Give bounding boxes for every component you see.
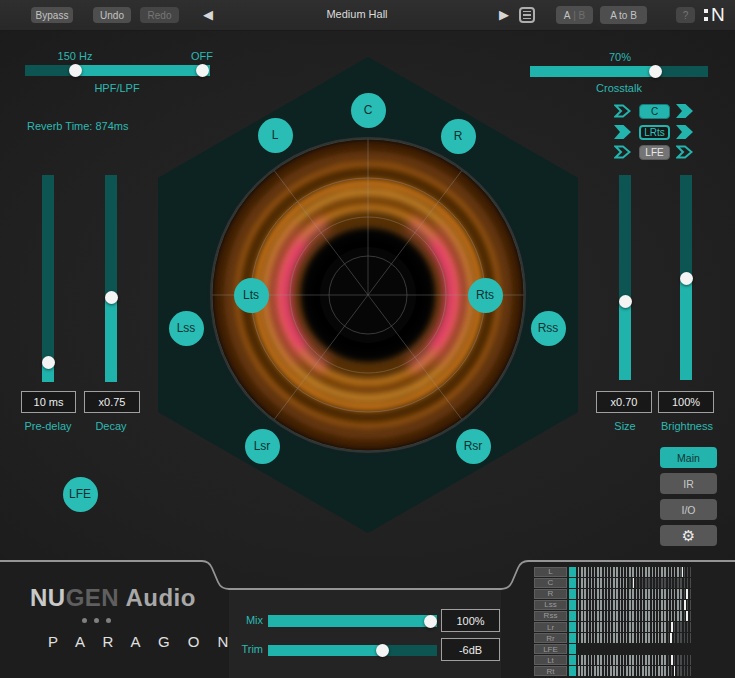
channel-node-lsr[interactable]: Lsr [245, 429, 280, 464]
product-name: P A R A G O N [48, 633, 235, 650]
meter-row-lss: Lss [534, 600, 692, 610]
tab-main[interactable]: Main [660, 447, 717, 468]
hpf-handle[interactable] [69, 64, 82, 77]
redo-button[interactable]: Redo [140, 7, 179, 23]
preset-list-icon[interactable] [519, 7, 535, 23]
meter-row-lr: Lr [534, 622, 692, 632]
settings-gear-icon[interactable]: ⚙ [660, 525, 717, 546]
meter-peak-marker [682, 567, 684, 577]
route-lrts-button[interactable]: LRts [639, 125, 670, 140]
meter-row-lfe: LFE [534, 644, 692, 654]
route-c-button[interactable]: C [639, 104, 670, 119]
channel-node-rsr[interactable]: Rsr [456, 429, 491, 464]
undo-button[interactable]: Undo [93, 7, 131, 23]
meter-signal-block [569, 578, 576, 588]
meter-signal-block [569, 600, 576, 610]
meter-channel-label: C [534, 578, 567, 588]
brightness-handle[interactable] [680, 272, 693, 285]
mix-handle[interactable] [424, 615, 437, 628]
route-out-c-chevron-icon[interactable] [676, 104, 693, 118]
route-in-lfe-chevron-icon[interactable] [614, 145, 631, 159]
channel-node-lss[interactable]: Lss [169, 311, 204, 346]
brand-dots-icon [82, 618, 111, 623]
predelay-handle[interactable] [42, 356, 55, 369]
meter-peak-marker [674, 666, 676, 676]
tab-io[interactable]: I/O [660, 499, 717, 520]
meter-signal-block [569, 633, 576, 643]
meter-signal-block [569, 589, 576, 599]
reverb-time-readout: Reverb Time: 874ms [27, 120, 167, 132]
help-button[interactable]: ? [676, 7, 695, 23]
crosstalk-slider[interactable] [530, 66, 708, 77]
previous-preset-icon[interactable]: ◀ [203, 7, 213, 23]
meter-channel-label: Lr [534, 622, 567, 632]
meter-row-lt: Lt [534, 655, 692, 665]
hpf-lpf-slider[interactable] [25, 65, 210, 76]
predelay-value[interactable]: 10 ms [21, 391, 76, 413]
bypass-button[interactable]: Bypass [31, 7, 73, 23]
route-in-c-chevron-icon[interactable] [614, 104, 631, 118]
channel-node-r[interactable]: R [441, 119, 476, 154]
decay-handle[interactable] [105, 291, 118, 304]
meter-channel-label: Rss [534, 611, 567, 621]
trim-slider[interactable] [268, 645, 437, 656]
channel-node-rss[interactable]: Rss [531, 311, 566, 346]
trim-handle[interactable] [376, 644, 389, 657]
size-slider[interactable] [619, 175, 631, 380]
route-out-lfe-chevron-icon[interactable] [676, 145, 693, 159]
mix-label: Mix [215, 614, 263, 626]
meter-scale [578, 578, 692, 588]
meter-channel-label: Lt [534, 655, 567, 665]
route-in-lrts-chevron-icon[interactable] [614, 125, 631, 139]
next-preset-icon[interactable]: ▶ [499, 7, 509, 23]
crosstalk-handle[interactable] [649, 65, 662, 78]
meter-channel-label: Lss [534, 600, 567, 610]
meter-peak-marker [671, 655, 673, 665]
meter-row-c: C [534, 578, 692, 588]
meter-scale [578, 611, 692, 621]
lpf-handle[interactable] [196, 64, 209, 77]
channel-node-lts[interactable]: Lts [234, 278, 269, 313]
meter-channel-label: R [534, 589, 567, 599]
meter-peak-marker [670, 633, 672, 643]
hpf-lpf-label: HPF/LPF [67, 82, 167, 94]
channel-node-rts[interactable]: Rts [468, 278, 503, 313]
wordmark-nu: NU [30, 584, 66, 611]
trim-label: Trim [215, 643, 263, 655]
meter-scale [578, 589, 692, 599]
meter-row-rt: Rt [534, 666, 692, 676]
wordmark-audio: Audio [119, 584, 196, 611]
meter-signal-block [569, 622, 576, 632]
tab-ir[interactable]: IR [660, 473, 717, 494]
meter-scale [578, 622, 692, 632]
meter-signal-block [569, 666, 576, 676]
channel-node-c[interactable]: C [351, 93, 386, 128]
decay-value[interactable]: x0.75 [84, 391, 140, 413]
meter-peak-marker [684, 600, 686, 610]
mix-slider[interactable] [268, 615, 437, 627]
preset-name[interactable]: Medium Hall [257, 8, 457, 20]
a-to-b-button[interactable]: A to B [600, 6, 647, 24]
hpf-value: 150 Hz [50, 50, 100, 62]
route-lfe-button[interactable]: LFE [639, 145, 670, 160]
mix-value[interactable]: 100% [441, 609, 500, 632]
meter-scale [578, 644, 692, 654]
meter-signal-block [569, 644, 576, 654]
size-value[interactable]: x0.70 [596, 391, 652, 413]
channel-node-l[interactable]: L [258, 118, 293, 153]
predelay-slider[interactable] [42, 175, 54, 382]
size-handle[interactable] [619, 295, 632, 308]
meter-scale [578, 567, 692, 577]
decay-slider[interactable] [105, 175, 117, 382]
meter-signal-block [569, 655, 576, 665]
channel-node-lfe[interactable]: LFE [63, 477, 98, 512]
nugen-logo: N [704, 4, 725, 26]
trim-value[interactable]: -6dB [441, 638, 500, 661]
ab-compare-button[interactable]: A | B [556, 6, 593, 24]
meter-row-rr: Rr [534, 633, 692, 643]
brightness-value[interactable]: 100% [658, 391, 714, 413]
meter-channel-label: Rt [534, 666, 567, 676]
meter-scale [578, 666, 692, 676]
meter-row-r: R [534, 589, 692, 599]
route-out-lrts-chevron-icon[interactable] [676, 125, 693, 139]
